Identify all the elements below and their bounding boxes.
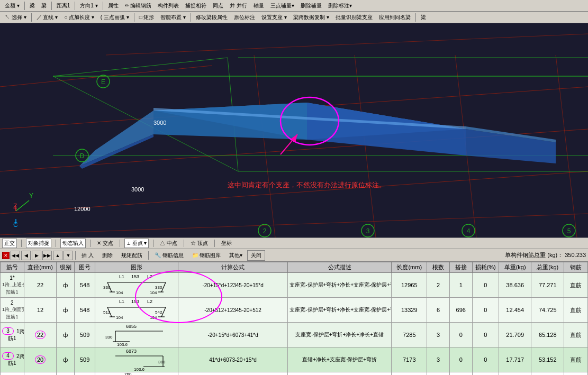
tb1-fangxiang[interactable]: 方向1 ▾ — [77, 1, 100, 11]
nav-first[interactable]: ◀◀ — [11, 251, 20, 260]
cell-drawing: 548 — [74, 298, 95, 323]
tb1-juli[interactable]: 距离1 — [54, 1, 73, 11]
table-row: 4 2跨_下部钢筋1 20 ф 509 6873 3 — [1, 347, 588, 372]
tb1-components[interactable]: 构件列表 — [155, 1, 182, 11]
canvas-area[interactable]: 这中间肯定有个支座，不然没有办法进行原位标注。 Z Y C E D 2 3 4 … — [0, 23, 588, 237]
cell-grade: ф — [57, 298, 75, 323]
status-coord[interactable]: 坐标 — [219, 239, 234, 248]
nav-next[interactable]: ▶ — [32, 251, 41, 260]
cell-shape: L1 L2 153 512 104 104 542 — [95, 298, 178, 323]
cell-loss: 0 — [472, 273, 499, 298]
nav-prev[interactable]: ◀ — [21, 251, 31, 260]
tb2-smart[interactable]: 智能布置 ▾ — [158, 13, 188, 22]
tb2-batch-support[interactable]: 批量识别梁支座 — [333, 13, 375, 22]
svg-text:5: 5 — [567, 227, 571, 235]
tb2-copy-span[interactable]: 梁跨数据复制 ▾ — [291, 13, 332, 22]
cell-formula: -20+15*d+6073+41*d — [178, 323, 287, 347]
cell-unit-weight: 17.717 — [499, 347, 531, 372]
col-drawing: 图号 — [74, 262, 95, 273]
cell-formula: -20+512+12345-20+512 — [178, 298, 287, 323]
status-perpendicular[interactable]: ⊥ 垂点 ▾ — [124, 239, 149, 248]
tb1-liang1[interactable]: 梁 — [27, 1, 38, 11]
nav-last[interactable]: ▶▶ — [42, 251, 52, 260]
status-label: 对象捕捉 — [28, 240, 49, 247]
status-label: 坐标 — [221, 240, 232, 247]
tb2-set-support[interactable]: 设置支座 ▾ — [259, 13, 290, 22]
tb2-rect[interactable]: □ 矩形 — [137, 13, 157, 22]
nav-up[interactable]: ▲ — [53, 251, 62, 260]
tb2-point-len[interactable]: ○ 点加长度 ▾ — [61, 13, 97, 22]
sep6 — [134, 13, 134, 22]
rebar-toolbar: ✕ ◀◀ ◀ ▶ ▶▶ ▲ ▼ 插 入 删除 规矩配筋 🔧 钢筋信息 📁 钢筋图… — [0, 249, 588, 262]
svg-text:D: D — [80, 152, 85, 160]
cell-desc: 直锚+净长+支座宽-保护层+弯折 — [288, 347, 392, 372]
tb1-capture[interactable]: 捕捉相符 — [183, 1, 209, 11]
svg-text:2: 2 — [263, 227, 267, 235]
status-orthogonal[interactable]: 正交 — [2, 239, 17, 248]
table-area: ✕ ◀◀ ◀ ▶ ▶▶ ▲ ▼ 插 入 删除 规矩配筋 🔧 钢筋信息 📁 钢筋图… — [0, 249, 588, 375]
table-row: 5 1跨_箍筋1 6 ф 195 760 — [1, 372, 588, 376]
btn-delete[interactable]: 删除 — [98, 250, 116, 261]
tb2-apply-same[interactable]: 应用到同名梁 — [376, 13, 413, 22]
cell-diameter: 6 — [24, 372, 57, 376]
tb2-beam[interactable]: 梁 — [418, 13, 429, 22]
btn-rule[interactable]: 规矩配筋 — [117, 250, 146, 261]
tb1-jine[interactable]: 金额 ▾ — [2, 1, 22, 11]
tb1-shuxing[interactable]: 属性 — [105, 1, 121, 11]
tb1-axis[interactable]: 轴量 — [251, 1, 267, 11]
btn-info[interactable]: 🔧 钢筋信息 — [151, 250, 187, 261]
cell-desc: 支座宽-保护层+弯折+净长+支座宽-保护层+弯折 — [288, 273, 392, 298]
svg-text:153: 153 — [131, 299, 139, 304]
cell-loss: 0 — [472, 372, 499, 376]
col-count: 根数 — [427, 262, 450, 273]
tb1-node[interactable]: 同点 — [210, 1, 226, 11]
tb2-select[interactable]: ↖ 选择 ▾ — [2, 13, 29, 22]
btn-other[interactable]: 其他▾ — [225, 250, 246, 261]
tb1-del-mark[interactable]: 删除标注▾ — [325, 1, 355, 11]
status-label: △ 中点 — [160, 240, 177, 247]
cell-total-weight: 65.128 — [531, 323, 564, 347]
cell-loss: 0 — [472, 323, 499, 347]
cell-loss: 0 — [472, 298, 499, 323]
svg-text:L1: L1 — [119, 299, 124, 304]
svg-text:760: 760 — [124, 372, 132, 375]
tb1-parallel[interactable]: 并 并行 — [227, 1, 250, 11]
tb1-3point[interactable]: 三点辅量▾ — [268, 1, 297, 11]
cell-length: 13329 — [392, 298, 427, 323]
btn-close[interactable]: 关闭 — [247, 250, 265, 261]
col-grade: 级别 — [57, 262, 75, 273]
tb2-arc[interactable]: ( 三点画弧 ▾ — [98, 13, 132, 22]
svg-text:L1: L1 — [119, 274, 124, 279]
btn-library[interactable]: 📁 钢筋图库 — [188, 250, 225, 261]
tb2-origin-mark[interactable]: 原位标注 — [231, 13, 258, 22]
tb1-liang2[interactable]: 梁 — [39, 1, 49, 11]
svg-text:3000: 3000 — [131, 186, 144, 193]
table-scroll[interactable]: 筋号 直径(mm) 级别 图号 图形 计算公式 公式描述 长度(mm) 根数 搭… — [0, 262, 588, 375]
tb2-modify-seg[interactable]: 修改梁段属性 — [193, 13, 230, 22]
sep-s7 — [214, 240, 215, 247]
svg-text:104: 104 — [116, 290, 123, 295]
tb2-line[interactable]: ／ 直线 ▾ — [34, 13, 61, 22]
status-label: ✕ 交点 — [97, 240, 113, 247]
svg-text:542: 542 — [155, 310, 162, 315]
status-midpoint[interactable]: △ 中点 — [158, 239, 179, 248]
table-row: 1* 1跨_上通长扣筋1 22 ф 548 L1 L2 153 — [1, 273, 588, 298]
sep-r2 — [148, 251, 149, 260]
svg-text:3000: 3000 — [153, 120, 166, 126]
status-dynin[interactable]: 动态输入 — [60, 239, 86, 248]
col-length: 长度(mm) — [392, 262, 427, 273]
tb1-edit[interactable]: ✏ 编辑钢筋 — [122, 1, 155, 11]
cell-drawing: 509 — [74, 323, 95, 347]
nav-down[interactable]: ▼ — [64, 251, 73, 260]
status-vertex[interactable]: ☆ 顶点 — [188, 239, 210, 248]
cell-num: 5 1跨_箍筋1 — [1, 372, 24, 376]
svg-text:12000: 12000 — [74, 206, 91, 212]
btn-insert[interactable]: 插 入 — [78, 250, 97, 261]
svg-text:6873: 6873 — [126, 349, 137, 354]
status-intersection[interactable]: ✕ 交点 — [95, 239, 115, 248]
tb1-del-aux[interactable]: 删除辅量 — [298, 1, 324, 11]
close-panel-btn[interactable]: ✕ — [2, 252, 10, 259]
status-snap[interactable]: 对象捕捉 — [26, 239, 51, 248]
cell-formula: -20+15*d+12345-20+15*d — [178, 273, 287, 298]
svg-text:300: 300 — [158, 360, 166, 364]
